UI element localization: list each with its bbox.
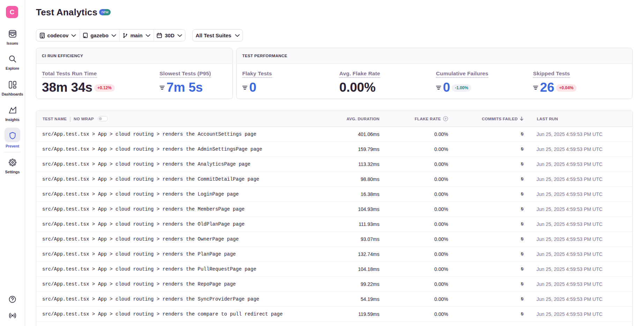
svg-text:?: ? xyxy=(445,117,447,121)
